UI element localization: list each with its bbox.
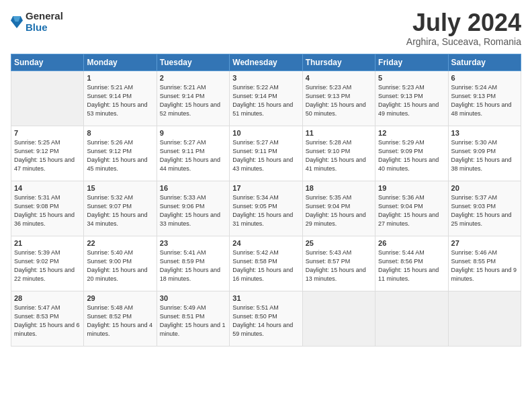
day-info: Sunrise: 5:37 AMSunset: 9:03 PMDaylight:… xyxy=(451,194,512,227)
calendar-cell: 16Sunrise: 5:33 AMSunset: 9:06 PMDayligh… xyxy=(157,181,229,236)
day-info: Sunrise: 5:44 AMSunset: 8:56 PMDaylight:… xyxy=(378,249,439,282)
day-info: Sunrise: 5:23 AMSunset: 9:13 PMDaylight:… xyxy=(378,84,439,117)
header-saturday: Saturday xyxy=(448,54,521,71)
day-info: Sunrise: 5:23 AMSunset: 9:13 PMDaylight:… xyxy=(306,84,366,117)
day-number: 22 xyxy=(87,239,153,247)
calendar-cell: 6Sunrise: 5:24 AMSunset: 9:13 PMDaylight… xyxy=(448,71,521,126)
calendar-cell: 30Sunrise: 5:49 AMSunset: 8:51 PMDayligh… xyxy=(157,291,229,347)
day-info: Sunrise: 5:48 AMSunset: 8:52 PMDaylight:… xyxy=(87,304,152,337)
calendar-cell: 18Sunrise: 5:35 AMSunset: 9:04 PMDayligh… xyxy=(302,181,375,236)
header-sunday: Sunday xyxy=(11,54,84,71)
calendar-week-4: 21Sunrise: 5:39 AMSunset: 9:02 PMDayligh… xyxy=(11,236,521,291)
day-info: Sunrise: 5:51 AMSunset: 8:50 PMDaylight:… xyxy=(232,304,293,337)
day-number: 8 xyxy=(87,129,153,137)
calendar-cell: 8Sunrise: 5:26 AMSunset: 9:12 PMDaylight… xyxy=(84,126,157,181)
calendar-cell: 17Sunrise: 5:34 AMSunset: 9:05 PMDayligh… xyxy=(230,181,302,236)
calendar-week-1: 1Sunrise: 5:21 AMSunset: 9:14 PMDaylight… xyxy=(11,71,521,126)
calendar-cell: 9Sunrise: 5:27 AMSunset: 9:11 PMDaylight… xyxy=(157,126,229,181)
calendar-cell: 5Sunrise: 5:23 AMSunset: 9:13 PMDaylight… xyxy=(375,71,448,126)
calendar-cell: 14Sunrise: 5:31 AMSunset: 9:08 PMDayligh… xyxy=(11,181,84,236)
calendar-cell: 15Sunrise: 5:32 AMSunset: 9:07 PMDayligh… xyxy=(84,181,157,236)
header-wednesday: Wednesday xyxy=(230,54,302,71)
calendar-week-5: 28Sunrise: 5:47 AMSunset: 8:53 PMDayligh… xyxy=(11,291,521,347)
logo: General Blue xyxy=(11,11,63,33)
day-info: Sunrise: 5:36 AMSunset: 9:04 PMDaylight:… xyxy=(378,194,439,227)
calendar-cell: 10Sunrise: 5:27 AMSunset: 9:11 PMDayligh… xyxy=(230,126,302,181)
title-section: July 2024 Arghira, Suceava, Romania xyxy=(406,11,521,47)
day-number: 30 xyxy=(160,294,226,302)
calendar-cell: 12Sunrise: 5:29 AMSunset: 9:09 PMDayligh… xyxy=(375,126,448,181)
day-number: 2 xyxy=(160,74,226,82)
day-number: 27 xyxy=(451,239,518,247)
calendar-cell: 19Sunrise: 5:36 AMSunset: 9:04 PMDayligh… xyxy=(375,181,448,236)
calendar-cell: 1Sunrise: 5:21 AMSunset: 9:14 PMDaylight… xyxy=(84,71,157,126)
calendar-week-2: 7Sunrise: 5:25 AMSunset: 9:12 PMDaylight… xyxy=(11,126,521,181)
day-number: 10 xyxy=(232,129,299,137)
logo-text: General Blue xyxy=(26,11,63,33)
location-subtitle: Arghira, Suceava, Romania xyxy=(406,36,521,47)
day-info: Sunrise: 5:32 AMSunset: 9:07 PMDaylight:… xyxy=(87,194,147,227)
day-info: Sunrise: 5:24 AMSunset: 9:13 PMDaylight:… xyxy=(451,84,512,117)
day-number: 20 xyxy=(451,184,518,192)
logo-general-text: General xyxy=(26,11,63,22)
calendar-table: Sunday Monday Tuesday Wednesday Thursday… xyxy=(11,54,521,347)
day-info: Sunrise: 5:41 AMSunset: 8:59 PMDaylight:… xyxy=(160,249,220,282)
day-number: 7 xyxy=(14,129,81,137)
calendar-body: 1Sunrise: 5:21 AMSunset: 9:14 PMDaylight… xyxy=(11,71,521,347)
day-info: Sunrise: 5:43 AMSunset: 8:57 PMDaylight:… xyxy=(306,249,366,282)
day-number: 12 xyxy=(378,129,445,137)
calendar-cell: 7Sunrise: 5:25 AMSunset: 9:12 PMDaylight… xyxy=(11,126,84,181)
day-info: Sunrise: 5:27 AMSunset: 9:11 PMDaylight:… xyxy=(232,139,293,172)
day-number: 14 xyxy=(14,184,81,192)
calendar-cell: 27Sunrise: 5:46 AMSunset: 8:55 PMDayligh… xyxy=(448,236,521,291)
day-info: Sunrise: 5:40 AMSunset: 9:00 PMDaylight:… xyxy=(87,249,147,282)
day-info: Sunrise: 5:21 AMSunset: 9:14 PMDaylight:… xyxy=(160,84,220,117)
day-info: Sunrise: 5:35 AMSunset: 9:04 PMDaylight:… xyxy=(306,194,366,227)
calendar-cell: 28Sunrise: 5:47 AMSunset: 8:53 PMDayligh… xyxy=(11,291,84,347)
calendar-header: Sunday Monday Tuesday Wednesday Thursday… xyxy=(11,54,521,71)
header-tuesday: Tuesday xyxy=(157,54,229,71)
day-number: 23 xyxy=(160,239,226,247)
day-number: 21 xyxy=(14,239,81,247)
calendar-cell: 21Sunrise: 5:39 AMSunset: 9:02 PMDayligh… xyxy=(11,236,84,291)
month-title: July 2024 xyxy=(406,11,521,35)
calendar-cell: 22Sunrise: 5:40 AMSunset: 9:00 PMDayligh… xyxy=(84,236,157,291)
calendar-cell: 23Sunrise: 5:41 AMSunset: 8:59 PMDayligh… xyxy=(157,236,229,291)
logo-blue-text: Blue xyxy=(26,22,63,34)
calendar-cell xyxy=(11,71,84,126)
calendar-cell: 29Sunrise: 5:48 AMSunset: 8:52 PMDayligh… xyxy=(84,291,157,347)
day-number: 15 xyxy=(87,184,153,192)
day-number: 1 xyxy=(87,74,153,82)
calendar-cell xyxy=(375,291,448,347)
day-info: Sunrise: 5:26 AMSunset: 9:12 PMDaylight:… xyxy=(87,139,147,172)
day-info: Sunrise: 5:47 AMSunset: 8:53 PMDaylight:… xyxy=(14,304,80,337)
calendar-cell: 4Sunrise: 5:23 AMSunset: 9:13 PMDaylight… xyxy=(302,71,375,126)
day-number: 6 xyxy=(451,74,518,82)
day-info: Sunrise: 5:29 AMSunset: 9:09 PMDaylight:… xyxy=(378,139,439,172)
day-number: 31 xyxy=(232,294,299,302)
day-number: 24 xyxy=(232,239,299,247)
day-info: Sunrise: 5:27 AMSunset: 9:11 PMDaylight:… xyxy=(160,139,220,172)
day-info: Sunrise: 5:49 AMSunset: 8:51 PMDaylight:… xyxy=(160,304,226,337)
day-number: 11 xyxy=(306,129,372,137)
calendar-cell: 26Sunrise: 5:44 AMSunset: 8:56 PMDayligh… xyxy=(375,236,448,291)
day-info: Sunrise: 5:22 AMSunset: 9:14 PMDaylight:… xyxy=(232,84,293,117)
day-info: Sunrise: 5:39 AMSunset: 9:02 PMDaylight:… xyxy=(14,249,75,282)
day-number: 29 xyxy=(87,294,153,302)
day-info: Sunrise: 5:46 AMSunset: 8:55 PMDaylight:… xyxy=(451,249,517,282)
day-info: Sunrise: 5:21 AMSunset: 9:14 PMDaylight:… xyxy=(87,84,147,117)
calendar-cell: 13Sunrise: 5:30 AMSunset: 9:09 PMDayligh… xyxy=(448,126,521,181)
day-number: 19 xyxy=(378,184,445,192)
day-number: 9 xyxy=(160,129,226,137)
day-info: Sunrise: 5:31 AMSunset: 9:08 PMDaylight:… xyxy=(14,194,75,227)
day-number: 26 xyxy=(378,239,445,247)
day-number: 18 xyxy=(306,184,372,192)
header-friday: Friday xyxy=(375,54,448,71)
calendar-cell: 20Sunrise: 5:37 AMSunset: 9:03 PMDayligh… xyxy=(448,181,521,236)
day-number: 13 xyxy=(451,129,518,137)
logo-icon xyxy=(11,15,23,30)
calendar-week-3: 14Sunrise: 5:31 AMSunset: 9:08 PMDayligh… xyxy=(11,181,521,236)
day-info: Sunrise: 5:28 AMSunset: 9:10 PMDaylight:… xyxy=(306,139,366,172)
calendar-cell: 11Sunrise: 5:28 AMSunset: 9:10 PMDayligh… xyxy=(302,126,375,181)
header-monday: Monday xyxy=(84,54,157,71)
